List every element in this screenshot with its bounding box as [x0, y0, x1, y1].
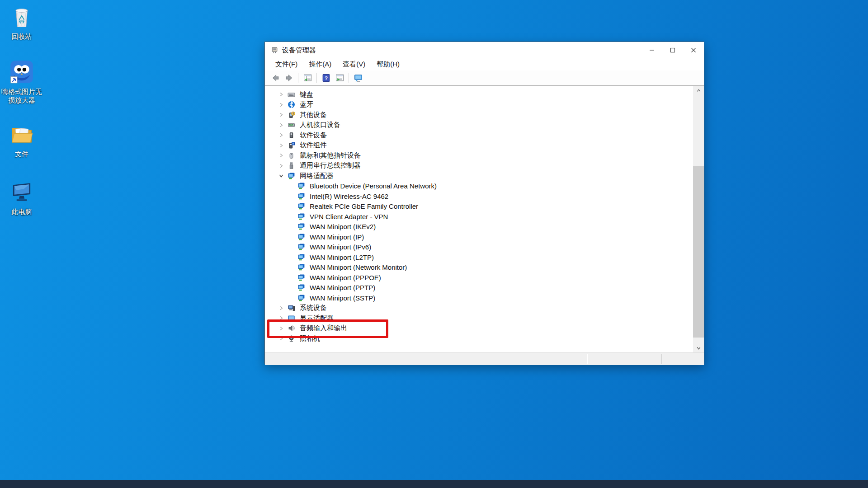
	[278, 326, 284, 331]
window-title: 设备管理器	[282, 46, 316, 55]
chevron-spacer	[288, 224, 294, 230]
tree-item-label: 照相机	[300, 334, 320, 343]
close-button[interactable]	[683, 42, 704, 58]
forward-button[interactable]	[282, 72, 296, 84]
chevron-right-icon[interactable]	[278, 336, 284, 341]
minimize-button[interactable]	[642, 42, 662, 58]
minimize-icon	[649, 47, 655, 53]
tree-item[interactable]: WAN Miniport (L2TP)	[265, 252, 704, 263]
desktop-icon-label: 嗨格式图片无损放大器	[0, 87, 43, 104]
	[278, 132, 284, 138]
back-button[interactable]	[269, 72, 282, 84]
tree-item[interactable]: 软件设备	[265, 130, 704, 141]
chevron-right-icon[interactable]	[278, 143, 284, 148]
tree-item[interactable]: 蓝牙	[265, 100, 704, 110]
desktop-icon-label: 此电脑	[0, 207, 43, 216]
software-device-icon	[288, 131, 295, 139]
scrollbar-up-button[interactable]	[693, 86, 704, 95]
tree-item[interactable]: 通用串行总线控制器	[265, 161, 704, 171]
scrollbar-track[interactable]	[693, 86, 704, 352]
mouse-icon	[288, 152, 295, 160]
chevron-right-icon[interactable]	[278, 112, 284, 117]
tree-item[interactable]: 显示适配器	[265, 313, 704, 324]
show-console-tree-button[interactable]	[301, 72, 314, 84]
recycle-bin-icon	[9, 5, 34, 29]
chevron-right-icon[interactable]	[278, 326, 284, 331]
taskbar[interactable]	[0, 480, 868, 488]
tree-item[interactable]: Intel(R) Wireless-AC 9462	[265, 191, 704, 202]
chevron-spacer	[288, 285, 294, 291]
chevron-spacer	[288, 193, 294, 199]
chevron-right-icon[interactable]	[278, 92, 284, 97]
this-pc-icon	[9, 180, 34, 204]
audio-icon	[288, 324, 295, 332]
tree-item[interactable]: WAN Miniport (IP)	[265, 232, 704, 242]
tree-item[interactable]: 鼠标和其他指针设备	[265, 150, 704, 161]
scrollbar-thumb[interactable]	[693, 166, 704, 338]
menu-action[interactable]: 操作(A)	[305, 59, 335, 70]
scrollbar-down-button[interactable]	[693, 343, 704, 352]
tree-item[interactable]: 软件组件	[265, 141, 704, 151]
tree-item-label: Realtek PCIe GbE Family Controller	[310, 202, 418, 210]
tree-item[interactable]: WAN Miniport (PPTP)	[265, 283, 704, 293]
tree-item[interactable]: WAN Miniport (PPPOE)	[265, 272, 704, 283]
tree-item-label: 鼠标和其他指针设备	[300, 151, 361, 160]
network-icon	[297, 223, 305, 230]
tree-item[interactable]: Realtek PCIe GbE Family Controller	[265, 202, 704, 212]
scan-hardware-button[interactable]	[351, 72, 365, 84]
tree-item[interactable]: 照相机	[265, 333, 704, 344]
chevron-right-icon[interactable]	[278, 305, 284, 311]
	[278, 92, 284, 97]
desktop-icon-label: 文件	[0, 150, 43, 158]
chevron-down-icon[interactable]	[278, 173, 284, 178]
tree-item[interactable]: Bluetooth Device (Personal Area Network)	[265, 181, 704, 192]
desktop-icon-folder[interactable]: 文件	[0, 122, 43, 158]
chevron-spacer	[288, 275, 294, 280]
tree-item-label: 人机接口设备	[300, 121, 340, 129]
chevron-right-icon[interactable]	[278, 315, 284, 321]
	[278, 112, 284, 117]
	[278, 163, 284, 169]
network-icon	[297, 274, 305, 282]
chevron-down-icon	[696, 346, 701, 351]
tree-item[interactable]: VPN Client Adapter - VPN	[265, 211, 704, 222]
tree-item-label: 蓝牙	[300, 100, 313, 109]
chevron-spacer	[288, 234, 294, 239]
tree-item[interactable]: 其他设备	[265, 110, 704, 120]
menu-view[interactable]: 查看(V)	[339, 59, 369, 70]
network-icon	[297, 233, 305, 241]
properties-button[interactable]	[333, 72, 346, 84]
tree-item[interactable]: 键盘	[265, 89, 704, 100]
tree-item-label: WAN Miniport (IP)	[310, 233, 364, 241]
tree-item[interactable]: 系统设备	[265, 303, 704, 314]
chevron-right-icon[interactable]	[278, 132, 284, 138]
chevron-spacer	[288, 204, 294, 209]
tree-item[interactable]: WAN Miniport (IPv6)	[265, 242, 704, 253]
help-button[interactable]	[319, 72, 333, 84]
image-upscaler-icon	[9, 60, 34, 84]
tree-item[interactable]: 网络适配器	[265, 171, 704, 181]
tree-item-label: Intel(R) Wireless-AC 9462	[310, 192, 388, 200]
menu-file[interactable]: 文件(F)	[271, 59, 302, 70]
tree-item[interactable]: WAN Miniport (SSTP)	[265, 293, 704, 303]
tree-item[interactable]: WAN Miniport (Network Monitor)	[265, 263, 704, 273]
menu-help[interactable]: 帮助(H)	[373, 59, 404, 70]
tree-item[interactable]: 人机接口设备	[265, 120, 704, 131]
hid-icon	[288, 121, 295, 129]
camera-icon	[288, 335, 295, 343]
	[278, 143, 284, 148]
tree-item[interactable]: WAN Miniport (IKEv2)	[265, 222, 704, 232]
desktop-icon-image-upscaler[interactable]: 嗨格式图片无损放大器	[0, 60, 43, 104]
chevron-right-icon[interactable]	[278, 102, 284, 108]
maximize-button[interactable]	[662, 42, 683, 58]
chevron-right-icon[interactable]	[278, 122, 284, 128]
chevron-spacer	[288, 265, 294, 270]
network-icon	[297, 182, 305, 190]
desktop-icon-this-pc[interactable]: 此电脑	[0, 180, 43, 216]
desktop-icon-recycle-bin[interactable]: 回收站	[0, 5, 43, 41]
title-bar[interactable]: 设备管理器	[265, 42, 704, 58]
tree-item[interactable]: 音频输入和输出	[265, 324, 704, 334]
chevron-right-icon[interactable]	[278, 163, 284, 169]
	[278, 102, 284, 108]
chevron-right-icon[interactable]	[278, 153, 284, 158]
